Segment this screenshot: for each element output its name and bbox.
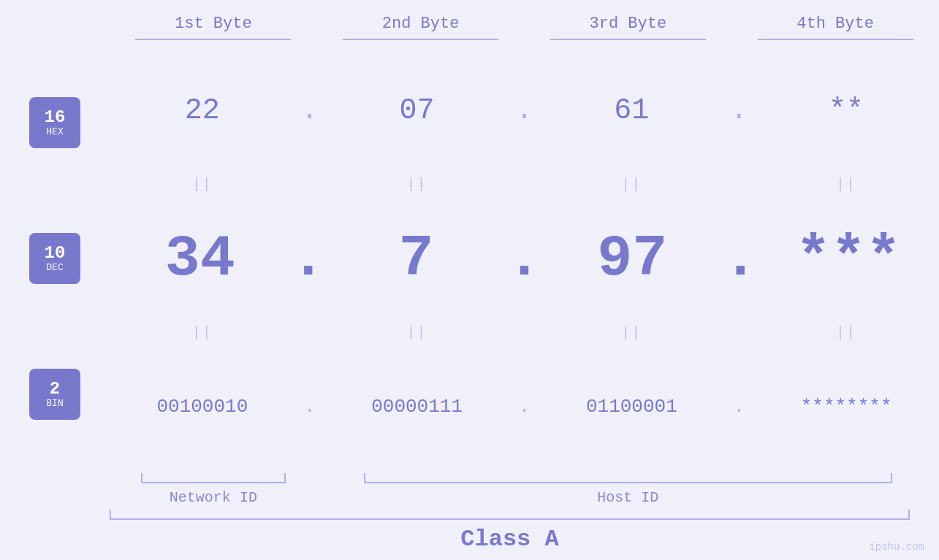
bracket-line-4 [758,39,913,40]
bin-b2-value: 00000111 [371,396,463,418]
dec-dot3-val: . [723,226,758,292]
dec-dot1: . [291,226,326,292]
id-label-row: Network ID Host ID [0,473,939,506]
sep1-b1: || [110,176,295,193]
bin-b3-value: 01100001 [586,396,677,418]
bracket-2 [317,39,525,40]
hex-b3-cell: 61 [539,94,725,127]
bin-dot1: . [295,396,324,418]
dec-row: 34 . 7 . 97 . *** [110,196,939,322]
sep2-b3: || [539,324,725,341]
class-bracket [110,510,910,520]
bracket-line-1 [135,39,291,40]
hex-num: 16 [45,108,66,127]
main-container: 1st Byte 2nd Byte 3rd Byte 4th Byte 16 H… [0,0,939,560]
network-id-label: Network ID [170,489,257,506]
hex-b4-cell: ** [753,94,939,127]
header-bracket-row [0,39,939,40]
dec-b1-cell: 34 [110,226,291,292]
hex-b2-value: 07 [400,94,435,127]
bracket-4 [731,39,939,40]
bin-dot2: . [510,396,539,418]
network-id-bracket [141,473,286,483]
dec-dot1-val: . [291,226,326,292]
bin-b3-cell: 01100001 [539,396,725,418]
base-labels-column: 16 HEX 10 DEC 2 BIN [0,47,110,469]
byte4-header: 4th Byte [731,15,939,33]
host-id-bracket [364,473,893,483]
hex-dot1: . [295,94,324,127]
bin-dot1-val: . [304,396,316,418]
dec-badge: 10 DEC [29,233,80,284]
sep2-b1: || [110,324,295,341]
sep1-b4: || [753,176,939,193]
dec-dot2-val: . [506,226,541,292]
bin-b1-cell: 00100010 [110,396,295,418]
hex-b2-cell: 07 [324,94,510,127]
bin-b4-value: ******** [801,396,892,418]
bin-dot3-val: . [733,396,745,418]
dec-b2-cell: 7 [326,226,507,292]
bin-b2-cell: 00000111 [324,396,510,418]
dec-label: DEC [46,263,63,273]
bin-row: 00100010 . 00000111 . 01100001 . [110,343,939,469]
bracket-line-2 [343,39,498,40]
bytes-grid: 22 . 07 . 61 . ** [110,47,939,469]
byte1-header: 1st Byte [110,15,317,33]
dec-dot2: . [506,226,541,292]
bin-badge: 2 BIN [29,369,80,420]
hex-dot3: . [724,94,753,127]
bin-dot2-val: . [519,396,531,418]
bin-b4-cell: ******** [753,396,939,418]
byte-header-row: 1st Byte 2nd Byte 3rd Byte 4th Byte [0,15,939,33]
hex-dot2-val: . [515,94,533,127]
sep1-b3: || [539,176,725,193]
dec-b4-cell: *** [758,226,939,292]
dec-b2-value: 7 [399,226,434,292]
sep-row-1: || || || || [110,174,939,196]
class-section: Class A [0,510,939,560]
host-id-label: Host ID [597,489,658,506]
class-label: Class A [460,526,558,553]
watermark: ipshu.com [869,541,924,553]
hex-row: 22 . 07 . 61 . ** [110,47,939,174]
bracket-line-3 [550,39,706,40]
hex-b4-value: ** [829,94,864,127]
hex-dot1-val: . [301,94,319,127]
bracket-3 [525,39,732,40]
byte3-header: 3rd Byte [525,15,732,33]
hex-label: HEX [46,127,63,137]
sep-row-2: || || || || [110,321,939,343]
sep2-b4: || [753,324,939,341]
bin-num: 2 [50,380,60,399]
hex-dot2: . [510,94,539,127]
dec-dot3: . [723,226,758,292]
hex-b3-value: 61 [614,94,649,127]
dec-b3-value: 97 [597,226,667,292]
hex-badge: 16 HEX [29,97,80,148]
bin-label: BIN [46,399,63,409]
dec-b3-cell: 97 [542,226,723,292]
hex-dot3-val: . [730,94,748,127]
dec-b4-value: *** [796,226,901,292]
host-id-section: Host ID [317,473,939,506]
network-id-section: Network ID [110,473,317,506]
bracket-1 [110,39,317,40]
bin-dot3: . [724,396,753,418]
sep1-b2: || [324,176,510,193]
hex-b1-cell: 22 [110,94,295,127]
bin-b1-value: 00100010 [156,396,248,418]
dec-b1-value: 34 [165,226,235,292]
hex-b1-value: 22 [185,94,220,127]
byte2-header: 2nd Byte [317,15,525,33]
dec-num: 10 [45,244,66,263]
sep2-b2: || [324,324,510,341]
